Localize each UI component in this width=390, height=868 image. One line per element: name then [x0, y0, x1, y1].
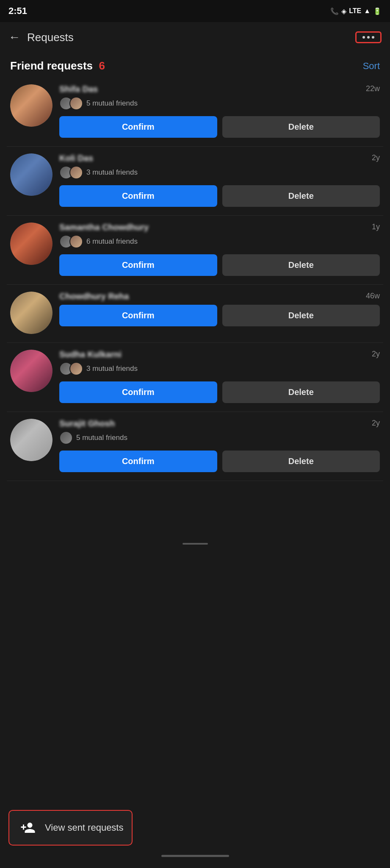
- mutual-avatar-icon: [69, 362, 83, 376]
- header-left: ← Requests: [8, 31, 74, 44]
- confirm-button-4[interactable]: Confirm: [59, 305, 217, 326]
- sort-button[interactable]: Sort: [363, 61, 380, 72]
- request-item-6: Surajit Ghosh 2y 5 mutual friends Confir…: [7, 412, 383, 481]
- delete-button-1[interactable]: Delete: [222, 116, 380, 138]
- confirm-button-5[interactable]: Confirm: [59, 381, 217, 403]
- section-header: Friend requests 6 Sort: [0, 53, 390, 78]
- mutual-friends-6: 5 mutual friends: [59, 431, 380, 445]
- action-buttons-4: Confirm Delete: [59, 305, 380, 326]
- action-buttons-3: Confirm Delete: [59, 254, 380, 276]
- delete-button-6[interactable]: Delete: [222, 451, 380, 472]
- mutual-avatar-icon: [69, 97, 83, 110]
- avatar-4: [10, 292, 53, 334]
- request-info-2: Koli Das 2y 3 mutual friends Confirm Del…: [59, 153, 380, 207]
- view-sent-label: View sent requests: [45, 822, 123, 833]
- action-buttons-6: Confirm Delete: [59, 451, 380, 472]
- mutual-count-1: 5 mutual friends: [86, 99, 138, 108]
- avatar-1: [10, 84, 53, 127]
- action-buttons-5: Confirm Delete: [59, 381, 380, 403]
- person-add-icon: [18, 818, 38, 838]
- request-item-5: Sudha Kulkarni 2y 3 mutual friends Confi…: [7, 343, 383, 412]
- mutual-count-6: 5 mutual friends: [76, 434, 127, 442]
- bottom-section: View sent requests: [0, 803, 390, 868]
- mutual-friends-5: 3 mutual friends: [59, 362, 380, 376]
- request-item-3: Samantha Chowdhury 1y 6 mutual friends C…: [7, 216, 383, 285]
- requester-name-5: Sudha Kulkarni: [59, 350, 122, 359]
- request-info-4: Chowdhury Reha 46w Confirm Delete: [59, 292, 380, 326]
- request-info-6: Surajit Ghosh 2y 5 mutual friends Confir…: [59, 419, 380, 472]
- confirm-button-2[interactable]: Confirm: [59, 185, 217, 207]
- mutual-friends-1: 5 mutual friends: [59, 97, 380, 110]
- avatar-6: [10, 419, 53, 461]
- signal-icon: ▲: [364, 7, 371, 15]
- page-title: Requests: [27, 31, 74, 44]
- requester-name-6: Surajit Ghosh: [59, 419, 115, 428]
- mutual-friends-2: 3 mutual friends: [59, 166, 380, 179]
- request-item-2: Koli Das 2y 3 mutual friends Confirm Del…: [7, 147, 383, 216]
- scroll-indicator: [0, 540, 390, 547]
- more-dots-icon: [362, 36, 374, 39]
- request-info-5: Sudha Kulkarni 2y 3 mutual friends Confi…: [59, 350, 380, 403]
- request-time-6: 2y: [372, 419, 380, 428]
- avatar-3: [10, 223, 53, 265]
- request-item-4: Chowdhury Reha 46w Confirm Delete: [7, 285, 383, 343]
- requests-list: Shifa Das 22w 5 mutual friends Confirm D…: [0, 78, 390, 481]
- status-icons: 📞 ◈ LTE ▲ 🔋: [330, 7, 382, 15]
- back-button[interactable]: ←: [8, 31, 20, 44]
- battery-icon: 🔋: [373, 7, 382, 15]
- call-icon: 📞: [330, 7, 339, 15]
- home-indicator: [8, 851, 382, 860]
- request-time-3: 1y: [372, 223, 380, 231]
- requester-name-4: Chowdhury Reha: [59, 292, 129, 301]
- delete-button-4[interactable]: Delete: [222, 305, 380, 326]
- request-time-5: 2y: [372, 350, 380, 359]
- mutual-count-5: 3 mutual friends: [86, 364, 138, 373]
- requester-name-3: Samantha Chowdhury: [59, 223, 149, 232]
- avatar-2: [10, 153, 53, 196]
- confirm-button-1[interactable]: Confirm: [59, 116, 217, 138]
- mutual-avatar-icon: [69, 166, 83, 179]
- requester-name-2: Koli Das: [59, 153, 93, 163]
- status-time: 2:51: [8, 6, 27, 17]
- mutual-avatar-icon: [59, 431, 73, 445]
- action-buttons-2: Confirm Delete: [59, 185, 380, 207]
- view-sent-requests-button[interactable]: View sent requests: [8, 810, 133, 846]
- wifi-icon: ◈: [341, 7, 346, 15]
- mutual-count-3: 6 mutual friends: [86, 237, 138, 246]
- delete-button-5[interactable]: Delete: [222, 381, 380, 403]
- requester-name-1: Shifa Das: [59, 84, 98, 94]
- mutual-friends-3: 6 mutual friends: [59, 235, 380, 248]
- delete-button-2[interactable]: Delete: [222, 185, 380, 207]
- request-info-3: Samantha Chowdhury 1y 6 mutual friends C…: [59, 223, 380, 276]
- confirm-button-3[interactable]: Confirm: [59, 254, 217, 276]
- delete-button-3[interactable]: Delete: [222, 254, 380, 276]
- friend-request-count: 6: [99, 59, 105, 72]
- section-title: Friend requests: [10, 59, 93, 72]
- request-time-1: 22w: [366, 84, 380, 93]
- request-info-1: Shifa Das 22w 5 mutual friends Confirm D…: [59, 84, 380, 138]
- mutual-count-2: 3 mutual friends: [86, 168, 138, 177]
- status-bar: 2:51 📞 ◈ LTE ▲ 🔋: [0, 0, 390, 22]
- action-buttons-1: Confirm Delete: [59, 116, 380, 138]
- request-time-2: 2y: [372, 153, 380, 162]
- request-time-4: 46w: [366, 292, 380, 300]
- confirm-button-6[interactable]: Confirm: [59, 451, 217, 472]
- header: ← Requests: [0, 22, 390, 53]
- request-item-1: Shifa Das 22w 5 mutual friends Confirm D…: [7, 78, 383, 147]
- mutual-avatar-icon: [69, 235, 83, 248]
- more-options-button[interactable]: [355, 31, 382, 43]
- lte-badge: LTE: [349, 7, 361, 15]
- avatar-5: [10, 350, 53, 392]
